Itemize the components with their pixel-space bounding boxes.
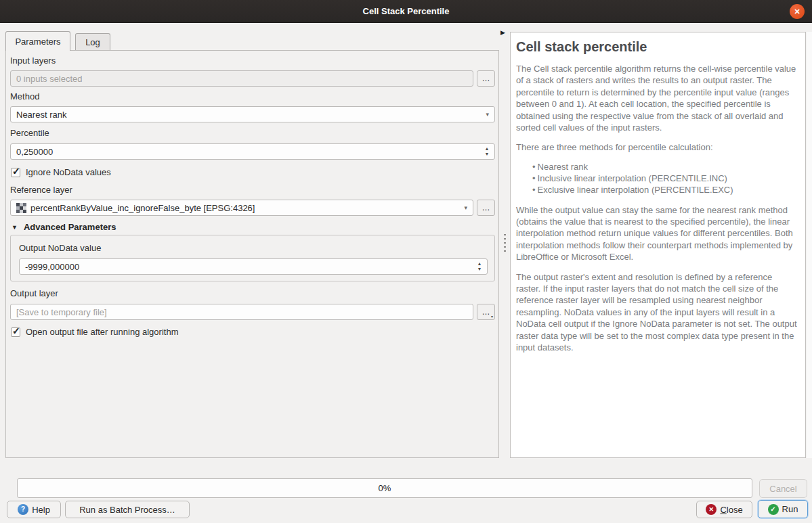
output-nodata-value: -9999,000000 bbox=[25, 262, 79, 272]
raster-layer-icon bbox=[16, 203, 26, 213]
help-label: Help bbox=[32, 505, 50, 515]
input-layers-browse-button[interactable]: … bbox=[477, 70, 495, 87]
input-layers-label: Input layers bbox=[10, 55, 56, 66]
method-combobox[interactable]: Nearest rank ▾ bbox=[10, 106, 495, 122]
check-icon: ✓ bbox=[12, 325, 20, 336]
run-label: Run bbox=[782, 504, 798, 514]
ignore-nodata-checkbox-row[interactable]: ✓ Ignore NoData values bbox=[11, 167, 111, 177]
advanced-parameters-groupbox: Output NoData value -9999,000000 ▲ ▼ bbox=[10, 235, 495, 281]
help-paragraph: The output raster's extent and resolutio… bbox=[516, 271, 798, 354]
help-paragraph: The Cell stack percentile algorithm retu… bbox=[516, 63, 798, 133]
ellipsis-icon: … bbox=[482, 203, 490, 212]
tab-parameters[interactable]: Parameters bbox=[5, 31, 70, 51]
close-button[interactable]: ✕ Close bbox=[696, 501, 752, 518]
help-panel: Cell stack percentile The Cell stack per… bbox=[510, 32, 806, 458]
spin-down-icon[interactable]: ▼ bbox=[477, 267, 482, 272]
spinner-arrows[interactable]: ▲ ▼ bbox=[475, 261, 484, 272]
advanced-parameters-header[interactable]: ▼ Advanced Parameters bbox=[12, 222, 116, 232]
method-label: Method bbox=[10, 91, 39, 101]
ellipsis-icon: … bbox=[482, 307, 490, 317]
spin-up-icon[interactable]: ▲ bbox=[477, 261, 482, 267]
titlebar[interactable]: Cell Stack Percentile ✕ bbox=[0, 0, 812, 23]
input-layers-field[interactable]: 0 inputs selected bbox=[10, 70, 473, 87]
percentile-spinbox[interactable]: 0,250000 ▲ ▼ bbox=[10, 143, 495, 160]
help-scrollbar[interactable] bbox=[807, 32, 812, 458]
spin-up-icon[interactable]: ▲ bbox=[485, 146, 490, 152]
help-bullet-list: •Nearest rank •Inclusive linear interpol… bbox=[532, 162, 798, 196]
chevron-down-icon: ▾ bbox=[464, 204, 467, 211]
bullet-text: Exclusive linear interpolation (PERCENTI… bbox=[538, 185, 733, 196]
spinner-arrows[interactable]: ▲ ▼ bbox=[483, 146, 491, 157]
reference-layer-combobox[interactable]: percentRankByValue_inc_ignoreFalse_byte … bbox=[10, 200, 473, 216]
ellipsis-icon: … bbox=[482, 74, 490, 83]
cancel-label: Cancel bbox=[769, 484, 796, 494]
output-layer-label: Output layer bbox=[10, 288, 58, 298]
bullet-text: Inclusive linear interpolation (PERCENTI… bbox=[538, 173, 727, 185]
ignore-nodata-label: Ignore NoData values bbox=[26, 167, 111, 177]
check-icon: ✓ bbox=[12, 166, 20, 177]
run-as-batch-label: Run as Batch Process… bbox=[79, 505, 175, 515]
triangle-down-icon: ▼ bbox=[12, 224, 18, 231]
open-output-checkbox[interactable]: ✓ bbox=[11, 327, 20, 337]
cell-stack-percentile-dialog: Cell Stack Percentile ✕ Parameters Log I… bbox=[0, 0, 812, 523]
output-layer-browse-button[interactable]: … ▾ bbox=[477, 304, 495, 320]
percentile-value: 0,250000 bbox=[16, 147, 53, 157]
tab-log[interactable]: Log bbox=[75, 33, 110, 51]
progress-value: 0% bbox=[379, 483, 391, 493]
advanced-parameters-title: Advanced Parameters bbox=[24, 222, 116, 232]
reference-layer-value: percentRankByValue_inc_ignoreFalse_byte … bbox=[30, 203, 255, 213]
bullet-icon: • bbox=[532, 162, 536, 173]
run-icon: ✓ bbox=[768, 504, 779, 515]
output-nodata-label: Output NoData value bbox=[19, 243, 101, 253]
help-icon: ? bbox=[18, 504, 28, 515]
percentile-label: Percentile bbox=[10, 128, 49, 138]
parameters-pane: Input layers 0 inputs selected … Method … bbox=[5, 50, 499, 458]
ignore-nodata-checkbox[interactable]: ✓ bbox=[11, 168, 20, 177]
chevron-down-icon: ▾ bbox=[486, 111, 489, 118]
output-nodata-spinbox[interactable]: -9999,000000 ▲ ▼ bbox=[19, 258, 488, 275]
close-label: Close bbox=[720, 505, 742, 515]
spin-down-icon[interactable]: ▼ bbox=[485, 152, 490, 157]
window-close-icon[interactable]: ✕ bbox=[790, 4, 805, 19]
method-value: Nearest rank bbox=[16, 110, 66, 120]
menu-caret-icon: ▾ bbox=[491, 314, 493, 319]
help-button[interactable]: ? Help bbox=[7, 501, 61, 518]
output-layer-field[interactable]: [Save to temporary file] bbox=[10, 304, 473, 320]
bullet-icon: • bbox=[532, 185, 536, 196]
splitter-handle[interactable] bbox=[504, 234, 506, 252]
reference-layer-label: Reference layer bbox=[10, 185, 72, 195]
bullet-icon: • bbox=[532, 173, 536, 185]
help-paragraph: There are three methods for percentile c… bbox=[516, 141, 798, 153]
reference-layer-browse-button[interactable]: … bbox=[477, 200, 495, 216]
progress-bar: 0% bbox=[17, 478, 752, 498]
help-title: Cell stack percentile bbox=[516, 39, 798, 55]
output-layer-placeholder: [Save to temporary file] bbox=[16, 307, 107, 317]
help-paragraph: While the output value can stay the same… bbox=[516, 204, 798, 263]
close-icon: ✕ bbox=[706, 504, 717, 515]
window-title: Cell Stack Percentile bbox=[363, 6, 450, 16]
run-button[interactable]: ✓ Run bbox=[758, 500, 808, 518]
open-output-checkbox-row[interactable]: ✓ Open output file after running algorit… bbox=[11, 327, 178, 337]
open-output-label: Open output file after running algorithm bbox=[26, 327, 178, 337]
splitter-collapse-icon[interactable]: ▶ bbox=[500, 29, 505, 36]
bullet-text: Nearest rank bbox=[538, 162, 588, 173]
run-as-batch-button[interactable]: Run as Batch Process… bbox=[65, 501, 190, 518]
cancel-button[interactable]: Cancel bbox=[759, 479, 807, 498]
